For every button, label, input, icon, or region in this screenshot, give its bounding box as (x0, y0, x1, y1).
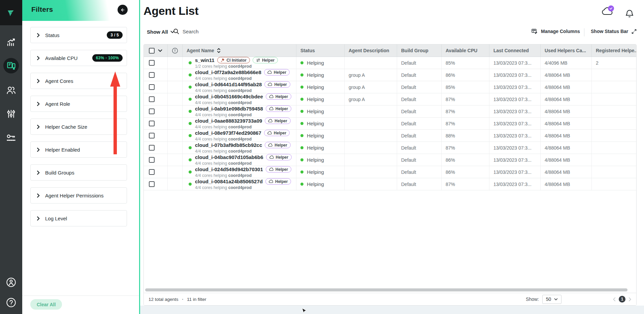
help-button[interactable] (3, 295, 19, 310)
status-dot (300, 73, 303, 76)
sidebar-item-analytics[interactable] (3, 34, 19, 50)
agent-name: cloud_i-04bac907d105ab6b6 (195, 154, 263, 160)
agent-cores-subtext: 4/4 cores helping coord4prod (195, 100, 291, 105)
current-page[interactable]: 1 (619, 296, 625, 303)
filter-item-agent-role[interactable]: Agent Role (30, 96, 127, 112)
row-checkbox[interactable] (149, 84, 155, 90)
column-header-available-cpu: Available CPU (442, 44, 489, 57)
registered-helpers-cell (592, 118, 636, 129)
status-cell: Helping (296, 166, 345, 178)
api-key-icon (6, 133, 16, 143)
column-header-used-helpers-ca: Used Helpers Ca... (541, 44, 592, 57)
row-checkbox[interactable] (149, 96, 155, 102)
selection-menu-chevron-icon[interactable] (158, 49, 162, 52)
row-checkbox[interactable] (149, 72, 155, 78)
search-placeholder: Search (183, 29, 199, 34)
row-select-cell (144, 142, 168, 154)
column-header-label: Agent Description (349, 48, 389, 53)
search-input[interactable]: Search (173, 28, 199, 35)
row-checkbox[interactable] (149, 133, 155, 138)
agent-cores-subtext: 4/4 cores helping coord4prod (195, 88, 290, 93)
badge-helper: Helper (266, 166, 291, 172)
collapse-filters-button[interactable] (118, 5, 128, 15)
build-group-cell: Default (397, 105, 442, 117)
filter-item-helper-cache-size[interactable]: Helper Cache Size (30, 119, 127, 135)
row-checkbox[interactable] (149, 169, 155, 175)
row-checkbox[interactable] (149, 121, 155, 126)
table-row[interactable]: cloud_i-024d549d942b70301Helper4/4 cores… (144, 166, 636, 178)
table-row[interactable]: cloud_i-08e973f74ed290867Helper4/4 cores… (144, 130, 636, 142)
description-cell (345, 178, 397, 190)
row-select-cell (144, 178, 168, 190)
used-helpers-cell: 4/88064 MB (541, 166, 592, 178)
row-select-cell (144, 69, 168, 81)
select-all-checkbox[interactable] (149, 48, 155, 54)
sidebar-item-users[interactable] (3, 83, 19, 98)
row-checkbox[interactable] (149, 145, 155, 151)
cloud-status-button[interactable] (602, 7, 616, 18)
sidebar-item-api-keys[interactable] (3, 130, 19, 146)
page-prev-icon[interactable] (613, 297, 616, 302)
row-select-cell (144, 154, 168, 166)
build-group-cell: Default (397, 57, 442, 69)
build-group-cell: Default (397, 93, 442, 105)
filter-item-helper-enabled[interactable]: Helper Enabled (30, 142, 127, 158)
table-row[interactable]: cloud_i-07b3af9db85cb92ccHelper4/4 cores… (144, 142, 636, 154)
table-row[interactable]: cloud_i-00841a24b8506527dHelper4/4 cores… (144, 178, 636, 190)
show-all-dropdown[interactable]: Show All (147, 29, 174, 35)
agent-cores-subtext: 1/2 cores helping coord4prod (195, 64, 278, 69)
manage-columns-button[interactable]: Manage Columns (532, 29, 580, 34)
online-dot (189, 183, 192, 186)
registered-helpers-cell (592, 142, 636, 154)
filter-label: Agent Cores (45, 78, 73, 84)
filter-item-agent-helper-permissions[interactable]: Agent Helper Permissions (30, 187, 127, 203)
page-size-select[interactable]: 50 (542, 295, 561, 304)
sidebar-item-settings[interactable] (3, 106, 19, 122)
online-dot (189, 86, 192, 89)
column-header-agent-name[interactable]: Agent Name (183, 44, 296, 57)
filter-item-build-groups[interactable]: Build Groups (30, 164, 127, 181)
row-checkbox[interactable] (149, 157, 155, 163)
table-row[interactable]: s_win11CI InitiatorHelper1/2 cores helpi… (144, 57, 636, 69)
table-row[interactable]: cloud_i-0aae8883239733a09Helper4/4 cores… (144, 118, 636, 130)
account-avatar-icon (6, 277, 16, 287)
row-alert-cell (168, 142, 183, 154)
column-header-label: Registered Helpe.. (596, 48, 636, 53)
row-select-cell (144, 166, 168, 178)
account-button[interactable] (3, 275, 19, 290)
row-checkbox[interactable] (149, 108, 155, 114)
horizontal-scrollbar-thumb[interactable] (145, 288, 627, 291)
clear-all-button[interactable]: Clear All (30, 299, 62, 310)
page-next-icon[interactable] (629, 297, 632, 302)
agent-name-cell: cloud_i-0ab91e098db759458Helper4/4 cores… (183, 105, 296, 117)
chevron-right-icon (37, 170, 40, 175)
available-cpu-cell: 86% (442, 69, 489, 81)
agent-name: cloud_i-0aae8883239733a09 (195, 118, 262, 124)
online-dot (189, 146, 192, 149)
cloud-icon (269, 167, 274, 171)
pin-icon (221, 58, 225, 62)
table-row[interactable]: cloud_i-0ab91e098db759458Helper4/4 cores… (144, 105, 636, 118)
sidebar-item-agents[interactable] (3, 58, 19, 73)
row-checkbox[interactable] (149, 60, 155, 66)
filter-item-log-level[interactable]: Log Level (30, 210, 127, 226)
manage-columns-icon (532, 29, 538, 34)
filter-label: Helper Enabled (45, 147, 80, 153)
agent-name-cell: cloud_i-08e973f74ed290867Helper4/4 cores… (183, 130, 296, 142)
table-row[interactable]: cloud_i-04bac907d105ab6b6Helper4/4 cores… (144, 154, 636, 166)
table-row[interactable]: cloud_i-0b0451669c49cbdeeHelper4/4 cores… (144, 93, 636, 105)
online-dot (189, 73, 192, 76)
notifications-button[interactable] (625, 8, 635, 19)
registered-helpers-cell (592, 154, 636, 166)
column-header-label: Last Connected (493, 48, 529, 53)
filter-label: Agent Role (45, 101, 70, 107)
show-status-bar-button[interactable]: Show Status Bar (591, 29, 637, 34)
filter-item-available-cpu[interactable]: Available CPU63% - 100% (30, 50, 127, 66)
filter-item-status[interactable]: Status3 / 5 (30, 27, 127, 43)
filter-item-agent-cores[interactable]: Agent Cores (30, 73, 127, 89)
table-row[interactable]: cloud_i-0d6441d144f95ab28Helper4/4 cores… (144, 81, 636, 93)
row-checkbox[interactable] (149, 181, 155, 187)
table-row[interactable]: cloud_i-0f72a9a2e88b666e8Helper4/4 cores… (144, 69, 636, 81)
agent-name-cell: cloud_i-07b3af9db85cb92ccHelper4/4 cores… (183, 142, 296, 154)
app-logo[interactable] (0, 0, 22, 25)
